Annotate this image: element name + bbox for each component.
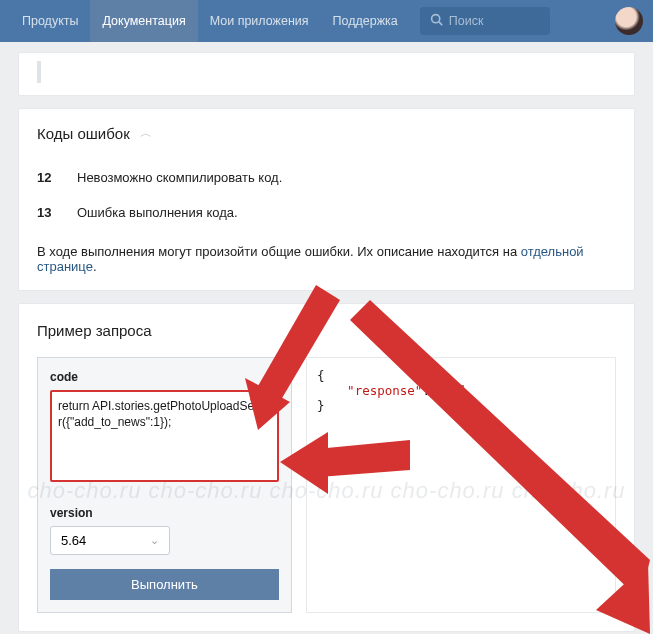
error-codes-card: Коды ошибок ︿ 12 Невозможно скомпилирова…: [18, 108, 635, 291]
response-pane: { "response": null }: [306, 357, 616, 613]
code-input[interactable]: return API.stories.getPhotoUploadServer(…: [50, 390, 279, 482]
error-row: 12 Невозможно скомпилировать код.: [37, 160, 616, 195]
svg-point-0: [431, 15, 439, 23]
error-row: 13 Ошибка выполнения кода.: [37, 195, 616, 230]
error-text: Невозможно скомпилировать код.: [77, 170, 282, 185]
prev-section-stub: [18, 52, 635, 96]
search-icon: [430, 13, 443, 29]
nav-documentation[interactable]: Документация: [90, 0, 197, 42]
version-value: 5.64: [61, 533, 86, 548]
svg-line-1: [439, 22, 442, 25]
note-suffix: .: [93, 259, 97, 274]
error-text: Ошибка выполнения кода.: [77, 205, 238, 220]
common-errors-note: В ходе выполнения могут произойти общие …: [37, 230, 616, 274]
response-body: { "response": null }: [317, 368, 605, 413]
nav-support[interactable]: Поддержка: [321, 0, 410, 42]
nav-my-apps[interactable]: Мои приложения: [198, 0, 321, 42]
example-request-card: Пример запроса code return API.stories.g…: [18, 303, 635, 632]
note-prefix: В ходе выполнения могут произойти общие …: [37, 244, 521, 259]
version-select[interactable]: 5.64 ⌄: [50, 526, 170, 555]
error-codes-title[interactable]: Коды ошибок ︿: [37, 125, 616, 142]
example-title: Пример запроса: [37, 322, 616, 339]
top-nav: Продукты Документация Мои приложения Под…: [0, 0, 653, 42]
nav-products[interactable]: Продукты: [10, 0, 90, 42]
run-button[interactable]: Выполнить: [50, 569, 279, 600]
chevron-down-icon: ⌄: [150, 534, 159, 547]
chevron-up-icon: ︿: [140, 125, 152, 142]
code-label: code: [50, 370, 279, 384]
error-code: 12: [37, 170, 59, 185]
version-label: version: [50, 506, 279, 520]
avatar[interactable]: [615, 7, 643, 35]
search-input[interactable]: Поиск: [420, 7, 550, 35]
section-title-text: Коды ошибок: [37, 125, 130, 142]
code-value: return API.stories.getPhotoUploadServer(…: [58, 398, 271, 430]
request-params-pane: code return API.stories.getPhotoUploadSe…: [37, 357, 292, 613]
search-placeholder: Поиск: [449, 14, 484, 28]
error-code: 13: [37, 205, 59, 220]
